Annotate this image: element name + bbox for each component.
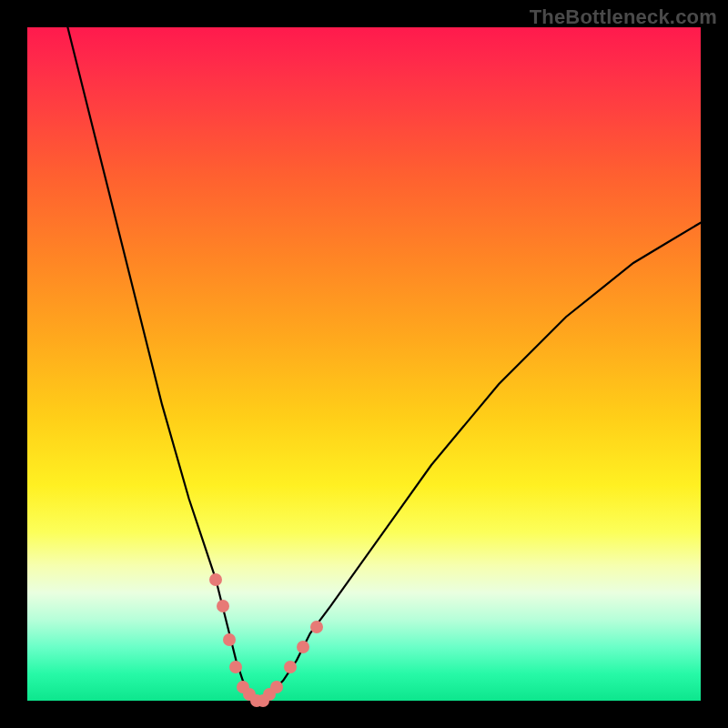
left-mid-marker bbox=[217, 600, 229, 612]
left-low-marker bbox=[223, 633, 236, 646]
chart-frame: TheBottleneck.com bbox=[0, 0, 728, 728]
right-mid-marker bbox=[297, 641, 309, 653]
right-low-marker bbox=[284, 661, 297, 673]
left-floor-marker bbox=[229, 661, 242, 673]
trough-6 bbox=[270, 681, 283, 693]
plot-area bbox=[27, 27, 701, 701]
marker-layer bbox=[27, 27, 701, 701]
watermark-text: TheBottleneck.com bbox=[530, 5, 717, 29]
right-upper-marker bbox=[310, 621, 323, 633]
left-upper-marker bbox=[209, 573, 222, 586]
